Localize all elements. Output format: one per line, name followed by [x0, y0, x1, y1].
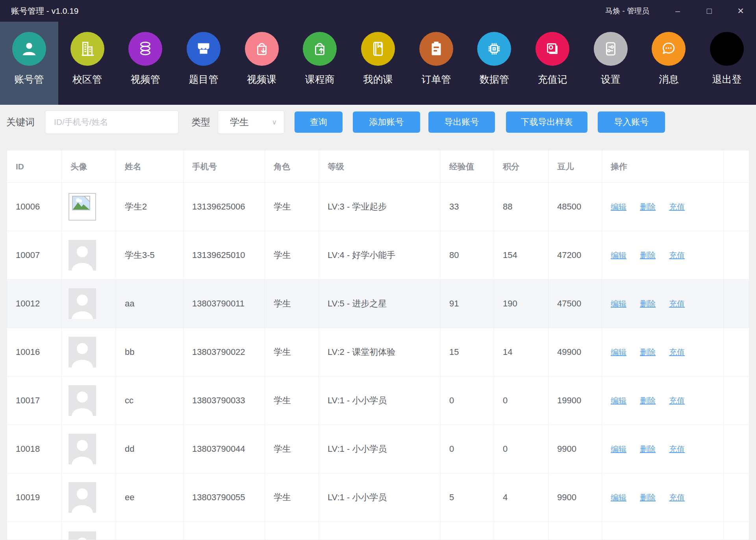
cell-gutter	[724, 231, 749, 280]
nav-item-label: 充值记	[523, 73, 582, 86]
nav-item-recharge-records[interactable]: 充值记	[523, 22, 582, 105]
cell-exp: 0	[441, 425, 494, 473]
edit-link[interactable]: 编辑	[611, 445, 626, 453]
sliders-icon	[594, 32, 628, 66]
header-avatar: 头像	[62, 150, 116, 183]
nav-item-messages[interactable]: 消息	[640, 22, 698, 105]
edit-link[interactable]: 编辑	[611, 251, 626, 260]
delete-link[interactable]: 删除	[640, 445, 656, 453]
cell-gutter	[724, 522, 749, 540]
query-button[interactable]: 查询	[295, 111, 343, 133]
recharge-link[interactable]: 充值	[669, 202, 685, 211]
cell-role: 学生	[265, 231, 319, 280]
avatar-placeholder	[69, 434, 96, 464]
nav-item-orders[interactable]: 订单管	[407, 22, 465, 105]
nav-item-my-courses[interactable]: 我的课	[349, 22, 407, 105]
delete-link[interactable]: 删除	[640, 348, 656, 356]
header-points: 积分	[494, 150, 548, 183]
delete-link[interactable]: 删除	[640, 299, 656, 308]
cell-avatar	[62, 377, 116, 425]
import-accounts-button[interactable]: 导入账号	[598, 111, 665, 133]
cell-gutter	[724, 377, 749, 425]
avatar-placeholder	[69, 240, 96, 271]
cell-beans: 9900	[548, 425, 602, 473]
type-select[interactable]: 学生 ∨	[218, 110, 284, 134]
cell-level: LV:4 - 好学小能手	[319, 231, 441, 280]
edit-link[interactable]: 编辑	[611, 396, 626, 405]
cell-avatar	[62, 328, 116, 377]
table-row: 10012 aa 13803790011 学生 LV:5 - 进步之星 91 1…	[7, 280, 749, 328]
cell-points: 190	[494, 280, 548, 328]
table-row: 10018 dd 13803790044 学生 LV:1 - 小小学员 0 0 …	[7, 425, 749, 473]
bag-upload-icon	[303, 32, 337, 66]
cell-name: dd	[116, 425, 183, 473]
avatar-placeholder	[69, 482, 96, 513]
cell-exp: 15	[441, 328, 494, 377]
recharge-link[interactable]: 充值	[669, 348, 685, 356]
table-header-row: ID 头像 姓名 手机号 角色 等级 经验值 积分 豆儿 操作	[7, 150, 749, 183]
header-id: ID	[7, 150, 62, 183]
cell-level: LV:1 - 小小学员	[319, 425, 441, 473]
cards-icon	[536, 32, 569, 66]
nav-item-questions[interactable]: 题目管	[174, 22, 233, 105]
cell-name	[116, 522, 183, 540]
nav-item-accounts[interactable]: 账号管	[0, 22, 58, 105]
cell-exp: 91	[441, 280, 494, 328]
close-button[interactable]: ✕	[734, 6, 747, 16]
header-exp: 经验值	[441, 150, 494, 183]
power-icon	[710, 32, 744, 66]
cell-role: 学生	[265, 377, 319, 425]
nav-item-label: 设置	[582, 73, 640, 86]
delete-link[interactable]: 删除	[640, 396, 656, 405]
recharge-link[interactable]: 充值	[669, 299, 685, 308]
chevron-down-icon: ∨	[272, 118, 277, 126]
keyword-input[interactable]	[45, 110, 179, 134]
edit-link[interactable]: 编辑	[611, 493, 626, 502]
recharge-link[interactable]: 充值	[669, 445, 685, 453]
table-row: 10016 bb 13803790022 学生 LV:2 - 课堂初体验 15 …	[7, 328, 749, 377]
nav-item-campus[interactable]: 校区管	[58, 22, 117, 105]
nav-item-videos[interactable]: 视频管	[116, 22, 174, 105]
minimize-button[interactable]: –	[671, 6, 684, 16]
cell-role: 学生	[265, 425, 319, 473]
cell-gutter	[724, 425, 749, 473]
cell-exp: 5	[441, 473, 494, 522]
edit-link[interactable]: 编辑	[611, 299, 626, 308]
cell-id: 10006	[7, 183, 62, 231]
nav-item-course-shop[interactable]: 课程商	[291, 22, 349, 105]
cell-name: bb	[116, 328, 183, 377]
nav-item-label: 数据管	[465, 73, 524, 86]
cell-gutter	[724, 280, 749, 328]
recharge-link[interactable]: 充值	[669, 396, 685, 405]
cell-level: LV:2 - 课堂初体验	[319, 328, 441, 377]
download-template-button[interactable]: 下载导出样表	[506, 111, 587, 133]
export-accounts-button[interactable]: 导出账号	[428, 111, 495, 133]
nav-item-settings[interactable]: 设置	[582, 22, 640, 105]
cell-actions: 编辑 删除 充值	[602, 328, 724, 377]
chip-icon	[477, 32, 511, 66]
avatar-placeholder	[69, 531, 96, 540]
nav-item-logout[interactable]: 退出登	[698, 22, 756, 105]
cell-level	[319, 522, 441, 540]
recharge-link[interactable]: 充值	[669, 251, 685, 260]
delete-link[interactable]: 删除	[640, 493, 656, 502]
add-account-button[interactable]: 添加账号	[353, 111, 420, 133]
cell-phone: 13803790011	[183, 280, 265, 328]
cell-phone: 13139625010	[183, 231, 265, 280]
header-level: 等级	[319, 150, 441, 183]
cell-beans: 48500	[548, 183, 602, 231]
delete-link[interactable]: 删除	[640, 251, 656, 260]
recharge-link[interactable]: 充值	[669, 493, 685, 502]
cell-role	[265, 522, 319, 540]
delete-link[interactable]: 删除	[640, 202, 656, 211]
table-row	[7, 522, 749, 540]
cell-exp: 0	[441, 377, 494, 425]
nav-item-video-course[interactable]: 视频课	[233, 22, 291, 105]
edit-link[interactable]: 编辑	[611, 348, 626, 356]
cell-gutter	[724, 183, 749, 231]
maximize-button[interactable]: □	[702, 6, 716, 16]
nav-item-data[interactable]: 数据管	[465, 22, 524, 105]
edit-link[interactable]: 编辑	[611, 202, 626, 211]
header-name: 姓名	[116, 150, 183, 183]
cell-actions: 编辑 删除 充值	[602, 377, 724, 425]
